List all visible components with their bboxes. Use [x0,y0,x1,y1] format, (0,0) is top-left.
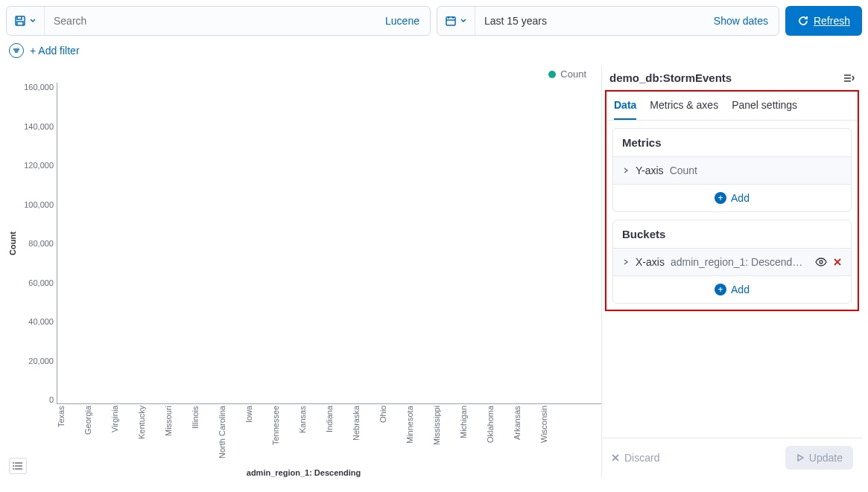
tab-metrics-axes[interactable]: Metrics & axes [650,92,718,120]
tab-panel-settings[interactable]: Panel settings [732,92,797,120]
plot-area [57,83,601,404]
svg-point-5 [820,261,823,263]
data-config-highlight: Data Metrics & axes Panel settings Metri… [605,90,859,311]
svg-point-3 [13,465,14,467]
chart-area: Count Count 160,000140,000120,000100,000… [6,66,601,477]
legend-label: Count [560,68,586,80]
add-metric-button[interactable]: + Add [613,184,851,211]
svg-rect-1 [446,17,455,25]
svg-point-4 [13,468,14,470]
bucket-item-xaxis[interactable]: X-axis admin_region_1: Descend… [613,248,851,275]
side-panel: demo_db:StormEvents Data Metrics & axes … [601,66,862,477]
bucket-item-value: admin_region_1: Descend… [671,256,802,268]
close-icon[interactable] [833,258,842,266]
metrics-title: Metrics [613,129,851,156]
y-axis-label: Count [8,231,17,255]
metric-item-value: Count [670,164,697,176]
refresh-icon [797,15,809,27]
discard-button[interactable]: Discard [611,452,659,464]
x-axis-label: admin_region_1: Descending [6,465,601,477]
bucket-item-label: X-axis [636,256,665,268]
panel-title: demo_db:StormEvents [609,71,732,84]
metric-item-yaxis[interactable]: Y-axis Count [613,156,851,184]
tab-data[interactable]: Data [614,92,636,120]
plus-circle-icon: + [715,192,726,204]
metric-item-label: Y-axis [636,164,664,176]
chevron-right-icon [622,258,630,266]
collapse-icon[interactable] [843,73,855,83]
update-button[interactable]: Update [785,446,853,470]
play-icon [796,453,805,462]
time-range-text[interactable]: Last 15 years [475,15,703,27]
calendar-icon[interactable] [437,7,475,35]
query-language-toggle[interactable]: Lucene [375,15,430,27]
metrics-block: Metrics Y-axis Count + Add [612,128,852,212]
search-input[interactable] [45,15,375,27]
y-axis-ticks: 160,000140,000120,000100,00080,00060,000… [19,83,57,404]
add-bucket-button[interactable]: + Add [613,275,851,303]
chevron-right-icon [622,167,630,174]
svg-point-2 [13,462,14,464]
add-filter-link[interactable]: + Add filter [30,45,80,57]
save-dropdown-icon[interactable] [7,7,45,35]
search-group[interactable]: Lucene [6,6,431,36]
filter-settings-icon[interactable] [9,43,24,58]
time-picker[interactable]: Last 15 years Show dates [437,6,779,36]
eye-icon[interactable] [815,258,827,266]
legend-toggle-button[interactable] [9,458,27,474]
refresh-button[interactable]: Refresh [785,6,862,36]
x-axis-ticks: TexasGeorgiaVirginiaKentuckyMissouriIlli… [6,404,601,465]
legend-dot-icon [548,71,556,78]
buckets-title: Buckets [613,220,851,248]
plus-circle-icon: + [715,284,726,295]
buckets-block: Buckets X-axis admin_region_1: Descend… … [612,220,852,304]
close-icon [611,453,620,462]
show-dates-link[interactable]: Show dates [703,15,779,27]
chart-legend: Count [6,66,601,83]
